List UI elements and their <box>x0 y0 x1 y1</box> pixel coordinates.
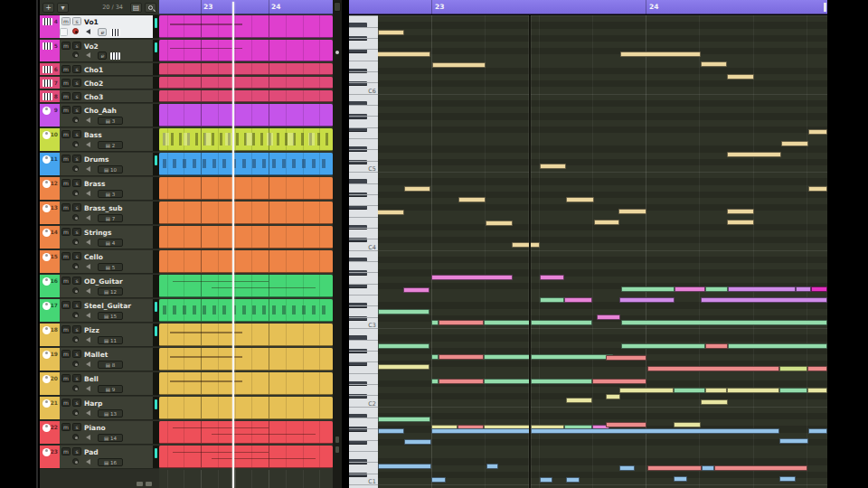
solo-button[interactable]: s <box>72 325 81 333</box>
monitor-button[interactable] <box>86 386 90 391</box>
track-row-bass[interactable]: 10msBass▤ 2 <box>40 128 159 152</box>
track-row-cho2[interactable]: 7msCho2 <box>40 77 159 89</box>
arrange-clip-vo2[interactable] <box>159 40 333 61</box>
midi-note[interactable] <box>727 209 754 214</box>
mute-button[interactable]: m <box>61 203 71 211</box>
mute-button[interactable]: m <box>61 65 71 73</box>
solo-button[interactable]: s <box>72 65 81 73</box>
midi-note[interactable] <box>531 354 613 360</box>
mute-button[interactable]: m <box>61 92 71 100</box>
midi-note[interactable] <box>439 320 484 325</box>
midi-note[interactable] <box>431 379 439 384</box>
channel-selector[interactable]: ▤ 4 <box>98 239 123 247</box>
midi-note[interactable] <box>458 197 486 202</box>
midi-note[interactable] <box>621 286 675 292</box>
track-row-vo2[interactable]: 5msVo2e <box>40 40 159 62</box>
solo-button[interactable]: s <box>72 277 81 285</box>
track-row-drums[interactable]: 11msDrums▤ 10 <box>40 153 159 176</box>
mute-button[interactable]: m <box>61 155 71 163</box>
midi-note[interactable] <box>404 439 431 445</box>
record-arm-button[interactable] <box>72 312 79 318</box>
midi-note[interactable] <box>701 399 728 405</box>
midi-note[interactable] <box>378 428 404 434</box>
midi-note[interactable] <box>606 394 620 399</box>
midi-note[interactable] <box>779 476 796 482</box>
midi-note[interactable] <box>779 366 807 371</box>
midi-note[interactable] <box>674 388 705 393</box>
solo-button[interactable]: s <box>72 374 81 382</box>
monitor-button[interactable] <box>86 52 90 58</box>
arrange-clip-pizz[interactable] <box>159 324 333 346</box>
midi-note[interactable] <box>566 398 592 403</box>
solo-button[interactable]: s <box>72 447 81 455</box>
midi-note[interactable] <box>431 320 439 325</box>
monitor-button[interactable] <box>86 313 90 318</box>
vertical-scrollbar[interactable] <box>333 0 342 488</box>
add-track-button[interactable]: + <box>42 3 54 13</box>
solo-button[interactable]: s <box>72 301 81 309</box>
solo-button[interactable]: s <box>72 228 81 236</box>
monitor-button[interactable] <box>86 191 90 196</box>
arrange-clip-cello[interactable] <box>159 250 333 273</box>
midi-note[interactable] <box>727 388 779 393</box>
midi-note[interactable] <box>619 465 635 471</box>
midi-note[interactable] <box>705 286 728 292</box>
midi-note[interactable] <box>439 379 484 384</box>
solo-button[interactable]: s <box>72 399 81 407</box>
channel-selector[interactable]: ▤ 8 <box>98 361 123 369</box>
mute-button[interactable]: m <box>61 325 71 333</box>
track-row-pizz[interactable]: 18msPizz▤ 11 <box>40 324 159 347</box>
track-row-piano[interactable]: 22msPiano▤ 14 <box>40 421 159 445</box>
midi-note[interactable] <box>378 52 430 57</box>
monitor-button[interactable] <box>86 288 90 294</box>
mute-button[interactable]: m <box>61 374 71 382</box>
midi-note[interactable] <box>808 186 827 192</box>
monitor-button[interactable] <box>86 435 90 440</box>
track-row-steel_guitar[interactable]: 17msSteel_Guitar▤ 15 <box>40 299 159 323</box>
track-dropdown-button[interactable]: ▾ <box>57 3 69 13</box>
mute-button[interactable]: m <box>61 277 71 285</box>
mute-button[interactable]: m <box>61 228 71 236</box>
edit-instrument-button[interactable]: e <box>98 52 107 60</box>
channel-selector[interactable]: ▤ 16 <box>98 458 123 466</box>
midi-note[interactable] <box>484 354 530 360</box>
track-row-od_guitar[interactable]: 16msOD_Guitar▤ 12 <box>40 275 159 298</box>
midi-note[interactable] <box>597 314 620 320</box>
midi-note[interactable] <box>431 477 446 483</box>
monitor-button[interactable] <box>86 29 90 34</box>
channel-selector[interactable]: ▤ 13 <box>98 409 123 418</box>
track-row-cho1[interactable]: 6msCho1 <box>40 63 159 76</box>
midi-note[interactable] <box>592 379 646 384</box>
monitor-button[interactable] <box>86 142 90 147</box>
midi-note[interactable] <box>705 343 728 349</box>
mute-button[interactable]: m <box>61 350 71 358</box>
midi-note[interactable] <box>431 428 530 434</box>
midi-note[interactable] <box>606 355 646 361</box>
midi-note[interactable] <box>619 388 674 393</box>
midi-note[interactable] <box>714 465 807 471</box>
mute-button[interactable]: m <box>61 447 71 455</box>
track-row-bell[interactable]: 20msBell▤ 9 <box>40 372 159 396</box>
solo-button[interactable]: s <box>72 79 81 87</box>
monitor-button[interactable] <box>86 459 90 465</box>
solo-button[interactable]: s <box>72 179 81 187</box>
solo-button[interactable]: s <box>72 106 81 114</box>
arrange-clip-cho1[interactable] <box>159 63 333 75</box>
track-row-cho_aah[interactable]: 9msCho_Aah▤ 3 <box>40 104 159 127</box>
instrument-output-icon[interactable] <box>110 52 120 60</box>
midi-note[interactable] <box>432 62 486 68</box>
monitor-button[interactable] <box>86 215 90 221</box>
track-row-cho3[interactable]: 8msCho3 <box>40 90 159 103</box>
midi-note[interactable] <box>484 379 530 384</box>
track-row-brass[interactable]: 12msBrass▤ 3 <box>40 177 159 201</box>
channel-selector[interactable]: ▤ 10 <box>98 165 123 174</box>
monitor-button[interactable] <box>86 410 90 416</box>
midi-note[interactable] <box>618 209 646 214</box>
monitor-button[interactable] <box>86 166 90 172</box>
midi-note[interactable] <box>484 320 530 325</box>
channel-selector[interactable]: ▤ 5 <box>98 263 123 271</box>
solo-button[interactable]: s <box>72 42 81 50</box>
channel-selector[interactable]: ▤ 11 <box>98 336 123 344</box>
arrange-clip-harp[interactable] <box>159 397 333 419</box>
track-row-pad[interactable]: 23msPad▤ 16 <box>40 446 159 469</box>
